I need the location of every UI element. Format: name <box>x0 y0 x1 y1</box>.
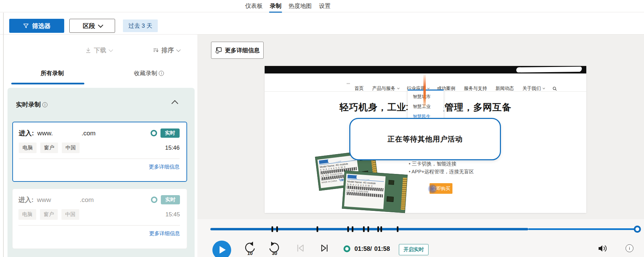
live-ring-icon <box>151 197 157 203</box>
collapse-chevron-icon[interactable] <box>171 100 178 107</box>
menu-item-smart-industry[interactable]: 智慧工业 <box>413 104 444 113</box>
info-icon: i <box>159 71 164 76</box>
active-tab-underline <box>11 83 84 84</box>
recording-time: 15:45 <box>165 211 180 218</box>
volume-button[interactable] <box>598 244 608 253</box>
info-icon: i <box>42 102 47 107</box>
play-button[interactable] <box>212 241 231 257</box>
more-details-button[interactable]: i 更多详细信息 <box>211 42 264 59</box>
site-top-black-bar <box>265 66 586 73</box>
timeline-scrubber-knob[interactable] <box>634 226 641 233</box>
download-button[interactable]: 下载 <box>85 46 112 54</box>
recording-card[interactable]: 进入: www.com 实时 电脑 窗户 中国 15:45 更多详细信息 <box>12 189 187 249</box>
site-nav-support[interactable]: 服务与支持 <box>464 85 487 92</box>
tag-device: 电脑 <box>18 209 36 220</box>
filter-bar: 筛选器 区段 过去 3 天 <box>0 13 644 35</box>
tab-favorite-recordings[interactable]: 收藏录制i <box>101 66 198 85</box>
player-controls: 10 30 <box>197 238 644 257</box>
live-section-title: 实时录制 <box>16 100 41 109</box>
redaction-scribble <box>516 67 582 72</box>
site-nav-home[interactable]: 首页 <box>354 85 364 92</box>
tag-browser: 窗户 <box>40 209 58 220</box>
tab-fav-label: 收藏录制 <box>134 70 157 77</box>
sort-button[interactable]: 排序 <box>153 46 179 54</box>
tab-settings[interactable]: 设置 <box>319 2 331 13</box>
tag-device: 电脑 <box>19 143 37 153</box>
speaker-icon <box>598 244 608 253</box>
replay-stage: i 更多详细信息 首页 产品与服务 行业应用 成功案例 服务与支持 新闻动态 关… <box>197 35 644 257</box>
cursor-trail <box>423 73 426 107</box>
sort-icon <box>153 47 159 54</box>
recording-url: www..com <box>37 130 96 137</box>
svg-text:30: 30 <box>272 251 277 256</box>
skip-marker <box>380 226 382 232</box>
live-recordings-panel: 实时录制i 进入: www..com 实时 电脑 窗户 中国 15:4 <box>8 88 195 257</box>
skip-forward-30-button[interactable]: 30 <box>268 241 281 256</box>
download-icon <box>85 47 92 54</box>
tag-country: 中国 <box>61 209 79 220</box>
tab-all-recordings[interactable]: 所有录制 <box>4 66 101 85</box>
replay-viewport: 首页 产品与服务 行业应用 成功案例 服务与支持 新闻动态 关于我们 轻巧机身，… <box>265 66 586 213</box>
info-button[interactable]: i <box>626 244 633 252</box>
chevron-down-icon <box>543 86 545 89</box>
skip-marker <box>276 226 278 232</box>
filters-button[interactable]: 筛选器 <box>9 19 64 33</box>
top-nav: 仪表板 录制 热度地图 设置 <box>0 0 644 12</box>
playback-timeline[interactable] <box>197 224 644 234</box>
more-details-link[interactable]: 更多详细信息 <box>149 164 180 170</box>
live-badge: 实时 <box>160 128 180 138</box>
date-range-label: 过去 3 天 <box>128 22 152 30</box>
svg-text:10: 10 <box>247 251 253 256</box>
enable-live-button[interactable]: 开启实时 <box>399 244 429 255</box>
feature-bullet: APP+远程管理，连接无盲区 <box>409 168 474 175</box>
chevron-down-icon <box>98 23 103 28</box>
segments-label: 区段 <box>83 22 95 30</box>
time-current: 01:58/ <box>354 245 372 253</box>
feature-bullet: 三卡切换，智能连接 <box>409 161 457 167</box>
chevron-down-icon <box>397 86 400 89</box>
chevron-down-icon <box>427 86 430 89</box>
timeline-played-track <box>210 228 528 230</box>
skip-marker <box>347 226 349 232</box>
tab-all-label: 所有录制 <box>41 70 64 77</box>
skip-back-10-button[interactable]: 10 <box>243 241 256 256</box>
menu-item-smart-city[interactable]: 智慧城市 <box>413 94 444 104</box>
play-icon <box>220 246 226 254</box>
recording-card-selected[interactable]: 进入: www..com 实时 电脑 窗户 中国 15:46 更多详细信息 <box>12 122 187 182</box>
live-ring-icon <box>151 130 157 136</box>
site-nav: 首页 产品与服务 行业应用 成功案例 服务与支持 新闻动态 关于我们 <box>354 85 557 92</box>
chevron-down-icon <box>176 48 181 52</box>
search-icon[interactable] <box>552 85 557 92</box>
next-session-button[interactable] <box>320 243 330 253</box>
skip-marker <box>352 226 353 232</box>
site-logo-redacted <box>347 83 350 84</box>
chevron-down-icon <box>109 48 113 52</box>
waiting-activity-dialog: 正在等待其他用户活动 <box>349 118 501 160</box>
site-nav-about[interactable]: 关于我们 <box>522 85 544 92</box>
more-details-link[interactable]: 更多详细信息 <box>149 230 180 236</box>
playback-time: 01:58/ 01:58 <box>354 245 390 253</box>
redaction-blob <box>356 175 371 179</box>
download-label: 下载 <box>94 46 106 54</box>
skip-marker <box>317 226 318 232</box>
segments-button[interactable]: 区段 <box>69 19 115 33</box>
pcb-chip <box>389 180 394 185</box>
tag-country: 中国 <box>62 143 80 153</box>
tab-heatmaps[interactable]: 热度地图 <box>289 2 312 13</box>
date-range-chip[interactable]: 过去 3 天 <box>123 19 158 32</box>
site-nav-products[interactable]: 产品与服务 <box>372 85 398 92</box>
waiting-activity-text: 正在等待其他用户活动 <box>388 134 463 144</box>
site-nav-news[interactable]: 新闻动态 <box>495 85 514 92</box>
time-total: 01:58 <box>374 245 390 253</box>
skip-marker <box>377 226 379 232</box>
tab-recordings[interactable]: 录制 <box>270 2 281 13</box>
session-replay-app: 仪表板 录制 热度地图 设置 筛选器 区段 过去 3 天 下载 <box>0 0 644 257</box>
sidebar-toolbar: 下载 排序 <box>4 45 197 58</box>
tab-dashboard[interactable]: 仪表板 <box>245 2 263 13</box>
live-badge: 实时 <box>161 195 180 204</box>
previous-session-button[interactable] <box>295 243 305 253</box>
funnel-icon <box>23 23 29 29</box>
skip-marker <box>367 226 369 232</box>
enter-label: 进入: <box>18 195 33 204</box>
skip-marker <box>271 226 273 232</box>
